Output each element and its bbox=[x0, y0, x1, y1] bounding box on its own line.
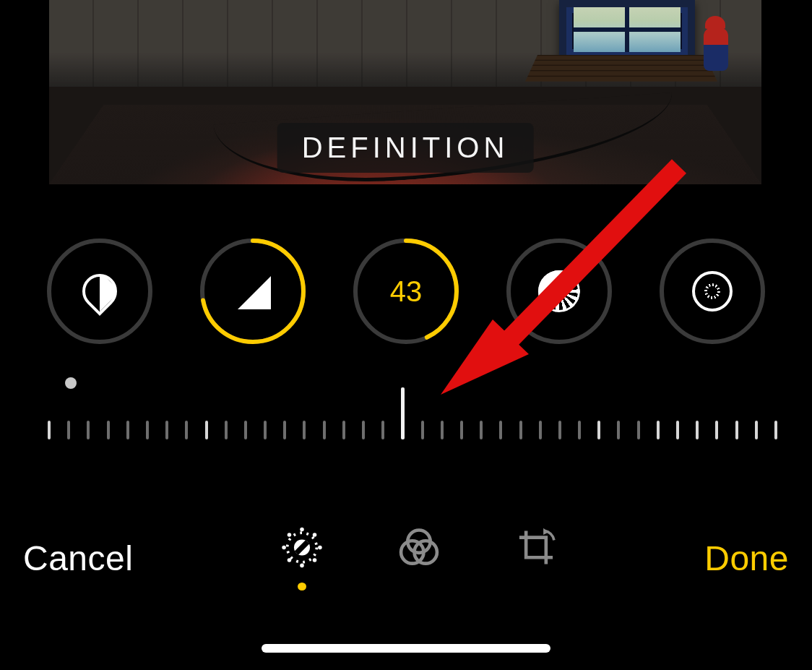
svg-point-17 bbox=[313, 533, 317, 537]
slider-tick bbox=[205, 421, 208, 439]
slider-tick bbox=[715, 421, 718, 439]
slider-tick bbox=[578, 421, 581, 439]
slider-tick bbox=[401, 387, 405, 439]
slider-tick bbox=[519, 421, 522, 439]
slider-tick bbox=[225, 421, 228, 439]
slider-tick bbox=[421, 421, 424, 439]
adjust-sharpness-dial[interactable] bbox=[199, 237, 307, 345]
done-button[interactable]: Done bbox=[701, 534, 792, 583]
adjustment-name-overlay: DEFINITION bbox=[277, 123, 534, 173]
slider-tick bbox=[735, 421, 738, 439]
triangle-icon bbox=[238, 276, 271, 309]
slider-tick bbox=[381, 421, 384, 439]
svg-point-13 bbox=[300, 564, 304, 568]
slider-tick bbox=[696, 421, 699, 439]
slider-tick bbox=[362, 421, 365, 439]
slider-ruler[interactable] bbox=[49, 406, 776, 439]
slider-tick bbox=[185, 421, 188, 439]
slider-tick bbox=[637, 421, 640, 439]
svg-point-16 bbox=[288, 533, 292, 537]
adjust-icon bbox=[278, 525, 326, 570]
slider-tick bbox=[558, 421, 561, 439]
adjustment-slider[interactable] bbox=[49, 374, 776, 439]
mode-adjust-button[interactable] bbox=[277, 525, 327, 590]
slider-tick bbox=[441, 421, 444, 439]
slider-tick bbox=[283, 421, 286, 439]
slider-tick bbox=[755, 421, 758, 439]
svg-point-19 bbox=[313, 558, 317, 562]
crop-rotate-icon bbox=[512, 525, 560, 570]
slider-tick bbox=[342, 421, 345, 439]
droplet-icon bbox=[85, 274, 115, 312]
adjust-vignette-dial[interactable] bbox=[658, 237, 766, 345]
mode-crop-button[interactable] bbox=[511, 525, 561, 590]
adjustment-dials-row[interactable]: 43 bbox=[0, 237, 812, 349]
slider-tick bbox=[146, 421, 149, 439]
home-indicator[interactable] bbox=[262, 644, 550, 653]
mode-filters-button[interactable] bbox=[394, 525, 444, 590]
slider-tick bbox=[499, 421, 502, 439]
adjust-noise-dial[interactable] bbox=[505, 237, 613, 345]
slider-tick bbox=[87, 421, 90, 439]
slider-tick bbox=[597, 421, 600, 439]
slider-tick bbox=[480, 421, 483, 439]
slider-tick bbox=[657, 421, 660, 439]
slider-tick bbox=[323, 421, 326, 439]
bottom-toolbar: Cancel bbox=[0, 515, 812, 601]
slider-tick bbox=[126, 421, 129, 439]
slider-tick bbox=[165, 421, 168, 439]
slider-tick bbox=[48, 421, 51, 439]
slider-tick bbox=[539, 421, 542, 439]
vignette-icon bbox=[692, 271, 733, 312]
slider-tick bbox=[264, 421, 267, 439]
slider-tick bbox=[460, 421, 463, 439]
slider-tick bbox=[617, 421, 620, 439]
slider-tick bbox=[303, 421, 306, 439]
slider-tick bbox=[67, 421, 70, 439]
svg-point-15 bbox=[318, 546, 322, 550]
adjust-tint-dial[interactable] bbox=[46, 237, 154, 345]
slider-origin-dot bbox=[65, 377, 77, 389]
slider-tick bbox=[774, 421, 777, 439]
slider-tick bbox=[244, 421, 247, 439]
svg-point-14 bbox=[282, 546, 286, 550]
active-mode-indicator bbox=[298, 583, 306, 590]
slider-tick bbox=[676, 421, 679, 439]
filters-icon bbox=[395, 525, 443, 570]
cancel-button[interactable]: Cancel bbox=[20, 534, 136, 583]
photo-preview[interactable]: DEFINITION bbox=[49, 0, 761, 184]
definition-value: 43 bbox=[390, 275, 423, 308]
svg-point-12 bbox=[300, 528, 304, 532]
noise-icon bbox=[538, 270, 580, 312]
adjust-definition-dial[interactable]: 43 bbox=[352, 237, 460, 345]
svg-point-18 bbox=[288, 558, 292, 562]
edit-mode-tabs bbox=[277, 525, 561, 590]
slider-tick bbox=[107, 421, 110, 439]
